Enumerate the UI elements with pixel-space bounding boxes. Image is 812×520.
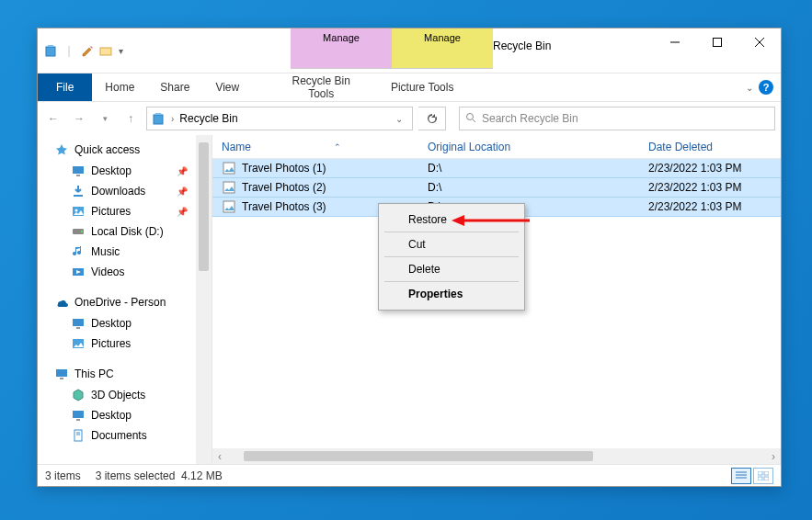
svg-rect-21 — [60, 378, 63, 379]
minimize-button[interactable] — [654, 28, 696, 56]
sidebar-item-this-pc[interactable]: This PC — [38, 363, 212, 385]
svg-rect-24 — [74, 430, 82, 441]
sidebar-item-label: OneDrive - Person — [74, 296, 166, 309]
sidebar-item-videos[interactable]: Videos — [38, 262, 212, 282]
sidebar-item-label: Pictures — [91, 205, 131, 218]
recycle-bin-icon — [151, 111, 166, 126]
svg-rect-10 — [76, 175, 80, 176]
context-menu-properties[interactable]: Properties — [384, 282, 519, 306]
sidebar-item-documents[interactable]: Documents — [38, 425, 212, 446]
sidebar-item-label: Documents — [91, 429, 147, 442]
column-original-location[interactable]: Original Location — [424, 141, 645, 153]
sidebar-item-onedrive[interactable]: OneDrive - Person — [38, 291, 212, 313]
svg-rect-9 — [73, 166, 84, 174]
column-name[interactable]: Name ⌃ — [212, 141, 424, 153]
ctx-tab-label: Manage — [424, 32, 461, 43]
qat-new-folder-icon[interactable] — [98, 43, 113, 58]
table-row[interactable]: Travel Photos (2) D:\ 2/23/2022 1:03 PM — [212, 178, 781, 198]
chevron-right-icon[interactable]: › — [171, 114, 174, 124]
back-button[interactable]: ← — [43, 108, 63, 129]
close-button[interactable] — [738, 28, 781, 56]
sidebar-item-music[interactable]: Music — [38, 242, 212, 262]
sidebar-item-local-disk[interactable]: Local Disk (D:) — [38, 221, 212, 242]
scrollbar-thumb[interactable] — [199, 142, 209, 271]
svg-rect-3 — [714, 39, 722, 47]
status-size: 4.12 MB — [181, 469, 223, 482]
sidebar-item-label: Pictures — [91, 337, 131, 350]
scroll-right-icon[interactable]: › — [766, 450, 781, 463]
cell-name: Travel Photos (2) — [242, 181, 326, 194]
explorer-window: | ▾ Manage Manage Recycle Bin File Home — [37, 28, 782, 487]
sidebar-scrollbar[interactable] — [196, 135, 212, 464]
qat-properties-icon[interactable] — [80, 43, 95, 58]
svg-rect-23 — [76, 419, 80, 421]
window-title: Recycle Bin — [493, 40, 551, 52]
up-button[interactable]: ↑ — [120, 108, 141, 129]
disk-icon — [71, 224, 86, 239]
sidebar-item-label: Local Disk (D:) — [91, 225, 164, 238]
view-tab[interactable]: View — [202, 73, 252, 101]
svg-point-13 — [75, 209, 78, 212]
table-row[interactable]: Travel Photos (1) D:\ 2/23/2022 1:03 PM — [212, 159, 781, 178]
sidebar-item-label: Desktop — [91, 317, 132, 330]
view-large-icons-button[interactable] — [753, 468, 773, 484]
horizontal-scrollbar[interactable]: ‹ › — [212, 448, 781, 464]
desktop-icon — [71, 164, 86, 178]
pictures-icon — [71, 336, 86, 351]
titlebar: | ▾ Manage Manage Recycle Bin — [38, 28, 781, 73]
sidebar-item-desktop[interactable]: Desktop 📌 — [38, 161, 212, 181]
sidebar-item-od-pictures[interactable]: Pictures — [38, 333, 212, 354]
sidebar-item-label: Quick access — [74, 143, 140, 156]
recent-dropdown-icon[interactable]: ▾ — [95, 108, 115, 129]
view-details-button[interactable] — [731, 468, 751, 484]
maximize-button[interactable] — [696, 28, 738, 56]
quick-access-icon — [54, 142, 69, 157]
downloads-icon — [71, 184, 86, 198]
sort-indicator-icon: ⌃ — [334, 142, 341, 152]
chevron-down-icon[interactable]: ⌄ — [395, 114, 403, 124]
search-icon — [465, 112, 476, 126]
svg-rect-17 — [73, 319, 84, 326]
scrollbar-thumb[interactable] — [244, 451, 593, 461]
share-tab[interactable]: Share — [147, 73, 202, 101]
tab-picture-tools[interactable]: Manage — [392, 28, 493, 69]
forward-button[interactable]: → — [69, 108, 89, 129]
address-bar[interactable]: › Recycle Bin ⌄ — [146, 107, 413, 130]
sidebar-item-label: Downloads — [91, 185, 145, 198]
tab-recycle-bin-tools[interactable]: Manage — [291, 28, 392, 69]
onedrive-icon — [54, 295, 69, 310]
picture-tools-tab[interactable]: Picture Tools — [372, 73, 473, 101]
sidebar-item-od-desktop[interactable]: Desktop — [38, 313, 212, 333]
scroll-left-icon[interactable]: ‹ — [212, 450, 227, 463]
pin-icon: 📌 — [177, 166, 188, 176]
ribbon-expand-icon[interactable]: ⌄ — [746, 83, 753, 93]
sidebar-item-label: Desktop — [91, 409, 132, 422]
status-item-count: 3 items — [45, 469, 81, 482]
sidebar-item-downloads[interactable]: Downloads 📌 — [38, 181, 212, 201]
picture-file-icon — [222, 161, 236, 175]
qat-sep-icon: | — [62, 43, 76, 58]
file-tab[interactable]: File — [38, 73, 92, 101]
help-icon[interactable]: ? — [759, 80, 773, 95]
sidebar-item-label: 3D Objects — [91, 389, 145, 401]
sidebar-item-pc-desktop[interactable]: Desktop — [38, 405, 212, 425]
sidebar-item-quick-access[interactable]: Quick access — [38, 139, 212, 161]
svg-point-7 — [467, 113, 474, 119]
column-date-deleted[interactable]: Date Deleted — [645, 141, 781, 153]
svg-rect-22 — [73, 411, 84, 418]
qat-dropdown-icon[interactable]: ▾ — [119, 46, 123, 56]
svg-rect-34 — [764, 471, 769, 475]
context-menu-restore[interactable]: Restore — [384, 208, 519, 232]
search-input[interactable]: Search Recycle Bin — [459, 107, 775, 130]
context-menu-delete[interactable]: Delete — [384, 257, 519, 282]
context-menu-cut[interactable]: Cut — [384, 232, 519, 257]
cell-date: 2/23/2022 1:03 PM — [645, 181, 781, 194]
sidebar-item-3d-objects[interactable]: 3D Objects — [38, 385, 212, 405]
sidebar-item-pictures[interactable]: Pictures 📌 — [38, 201, 212, 221]
cell-date: 2/23/2022 1:03 PM — [645, 162, 781, 175]
home-tab[interactable]: Home — [92, 73, 147, 101]
refresh-button[interactable] — [418, 107, 446, 130]
sidebar: Quick access Desktop 📌 Downloads 📌 Pictu… — [38, 135, 212, 464]
picture-file-icon — [222, 199, 236, 214]
svg-line-8 — [473, 119, 475, 122]
